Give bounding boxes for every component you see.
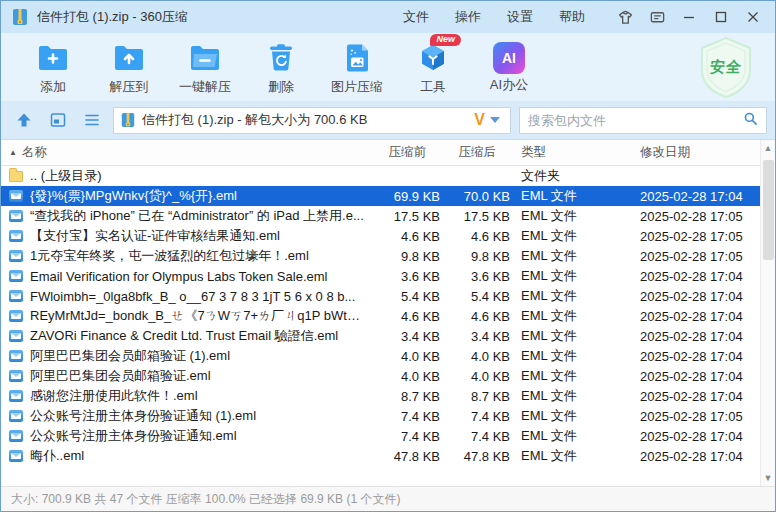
- cell-type: EML 文件: [510, 307, 630, 325]
- search-icon[interactable]: [743, 111, 758, 129]
- cell-name: 阿里巴巴集团会员邮箱验证 (1).eml: [1, 347, 370, 365]
- cell-type: EML 文件: [510, 347, 630, 365]
- folder-icon: [9, 171, 23, 182]
- eml-file-icon: [9, 390, 23, 402]
- column-header-after[interactable]: 压缩后: [426, 144, 496, 161]
- column-header-type[interactable]: 类型: [510, 144, 630, 161]
- table-row[interactable]: 【支付宝】实名认证-证件审核结果通知.eml4.6 KB4.6 KBEML 文件…: [1, 226, 760, 246]
- table-row[interactable]: 感谢您注册使用此软件！.eml8.7 KB8.7 KBEML 文件2025-02…: [1, 386, 760, 406]
- zip-file-icon: [120, 112, 136, 128]
- close-button[interactable]: [739, 5, 767, 29]
- table-row[interactable]: .. (上级目录)文件夹: [1, 166, 760, 186]
- archive-path-field[interactable]: 信件打包 (1).zip - 解包大小为 700.6 KB V: [113, 107, 511, 134]
- scroll-up-icon[interactable]: ▲: [761, 140, 775, 156]
- menubar: 文件 操作 设置 帮助: [403, 8, 585, 26]
- titlebar: 信件打包 (1).zip - 360压缩 文件 操作 设置 帮助: [1, 1, 775, 33]
- table-row[interactable]: 阿里巴巴集团会员邮箱验证 (1).eml4.0 KB4.0 KBEML 文件20…: [1, 346, 760, 366]
- cell-type: EML 文件: [510, 227, 630, 245]
- chevron-down-icon: [490, 117, 500, 123]
- cell-date: 2025-02-28 17:04: [630, 189, 760, 204]
- cell-date: 2025-02-28 17:04: [630, 289, 760, 304]
- file-name: ZAVORi Finance & Credit Ltd. Trust Email…: [30, 327, 338, 345]
- app-window: 信件打包 (1).zip - 360压缩 文件 操作 设置 帮助: [0, 0, 776, 512]
- cell-after: 7.4 KB: [440, 429, 510, 444]
- cell-before: 4.6 KB: [370, 229, 440, 244]
- cell-name: .. (上级目录): [1, 167, 370, 185]
- cell-type: EML 文件: [510, 287, 630, 305]
- maximize-button[interactable]: [707, 5, 735, 29]
- cell-name: ZAVORi Finance & Credit Ltd. Trust Email…: [1, 327, 370, 345]
- column-header-name[interactable]: 名称: [22, 144, 47, 161]
- cell-type: EML 文件: [510, 367, 630, 385]
- cell-date: 2025-02-28 17:05: [630, 209, 760, 224]
- cell-name: “查找我的 iPhone” 已在 “Administrator” 的 iPad …: [1, 207, 370, 225]
- table-row[interactable]: REyMrMtJd=_bondk_B_ㄝ《7ㄋWㄎ7+ㄌ厂ㄐq1P bWtㄅ..…: [1, 306, 760, 326]
- cell-name: 晦仆..eml: [1, 447, 370, 465]
- cell-after: 5.4 KB: [440, 289, 510, 304]
- list-view-icon[interactable]: [79, 108, 105, 132]
- cell-after: 4.0 KB: [440, 369, 510, 384]
- delete-button[interactable]: 删除: [243, 36, 319, 98]
- eml-file-icon: [9, 290, 23, 302]
- image-compress-button[interactable]: 图片压缩: [319, 36, 395, 98]
- column-header-before[interactable]: 压缩前: [356, 144, 426, 161]
- table-row[interactable]: FWloimbh=_0lga8bfk_B_ o__67 3 7 8 3 1jT …: [1, 286, 760, 306]
- table-row[interactable]: Email Verification for Olympus Labs Toke…: [1, 266, 760, 286]
- file-name: 1元夺宝年终奖，屯一波猛烈的红包过壕年！.eml: [30, 247, 309, 265]
- cell-type: EML 文件: [510, 187, 630, 205]
- trash-icon: [263, 40, 299, 76]
- file-list: .. (上级目录)文件夹{發}%{票}MPgWnkv{贷}^_%{开}.eml6…: [1, 166, 760, 466]
- one-click-extract-button[interactable]: 一键解压: [167, 36, 243, 98]
- minimize-button[interactable]: [675, 5, 703, 29]
- menu-operation[interactable]: 操作: [455, 8, 481, 26]
- add-button[interactable]: 添加: [15, 36, 91, 98]
- cell-type: EML 文件: [510, 407, 630, 425]
- cell-name: REyMrMtJd=_bondk_B_ㄝ《7ㄋWㄎ7+ㄌ厂ㄐq1P bWtㄅ..…: [1, 307, 370, 325]
- menu-help[interactable]: 帮助: [559, 8, 585, 26]
- new-badge: New: [430, 34, 461, 46]
- table-row[interactable]: 公众账号注册主体身份验证通知 (1).eml7.4 KB7.4 KBEML 文件…: [1, 406, 760, 426]
- menu-settings[interactable]: 设置: [507, 8, 533, 26]
- cell-name: 公众账号注册主体身份验证通知.eml: [1, 427, 370, 445]
- table-row[interactable]: 公众账号注册主体身份验证通知.eml7.4 KB7.4 KBEML 文件2025…: [1, 426, 760, 446]
- table-row[interactable]: “查找我的 iPhone” 已在 “Administrator” 的 iPad …: [1, 206, 760, 226]
- vip-dropdown[interactable]: V: [470, 111, 504, 129]
- vertical-scrollbar[interactable]: ▲ ▼: [760, 140, 775, 486]
- safe-shield-badge[interactable]: 安全: [695, 35, 757, 99]
- eml-file-icon: [9, 190, 23, 202]
- file-name: 晦仆..eml: [30, 447, 84, 465]
- safe-label: 安全: [692, 35, 761, 99]
- extract-to-button[interactable]: 解压到: [91, 36, 167, 98]
- cell-type: EML 文件: [510, 247, 630, 265]
- feedback-icon[interactable]: [643, 5, 671, 29]
- cell-after: 47.8 KB: [440, 449, 510, 464]
- scrollbar-thumb[interactable]: [763, 160, 774, 260]
- cell-date: 2025-02-28 17:04: [630, 329, 760, 344]
- up-directory-icon[interactable]: [11, 108, 37, 132]
- table-row[interactable]: 阿里巴巴集团会员邮箱验证.eml4.0 KB4.0 KBEML 文件2025-0…: [1, 366, 760, 386]
- sort-ascending-icon: ▲: [9, 148, 17, 157]
- eml-file-icon: [9, 250, 23, 262]
- tools-button[interactable]: New 工具: [395, 36, 471, 98]
- cell-before: 3.6 KB: [370, 269, 440, 284]
- table-row[interactable]: 晦仆..eml47.8 KB47.8 KBEML 文件2025-02-28 17…: [1, 446, 760, 466]
- addressbar: 信件打包 (1).zip - 解包大小为 700.6 KB V: [1, 101, 775, 139]
- skin-theme-icon[interactable]: [611, 5, 639, 29]
- table-row[interactable]: {發}%{票}MPgWnkv{贷}^_%{开}.eml69.9 KB70.0 K…: [1, 186, 760, 206]
- column-header-date[interactable]: 修改日期: [630, 144, 760, 161]
- table-row[interactable]: 1元夺宝年终奖，屯一波猛烈的红包过壕年！.eml9.8 KB9.8 KBEML …: [1, 246, 760, 266]
- menu-file[interactable]: 文件: [403, 8, 429, 26]
- open-folder-icon: [187, 40, 223, 76]
- cell-before: 7.4 KB: [370, 409, 440, 424]
- search-input[interactable]: [528, 113, 737, 128]
- table-row[interactable]: ZAVORi Finance & Credit Ltd. Trust Email…: [1, 326, 760, 346]
- search-box[interactable]: [519, 107, 767, 134]
- ai-office-button[interactable]: AI AI办公: [471, 36, 547, 98]
- cell-type: EML 文件: [510, 387, 630, 405]
- cell-date: 2025-02-28 17:05: [630, 229, 760, 244]
- cell-after: 3.4 KB: [440, 329, 510, 344]
- cell-type: EML 文件: [510, 207, 630, 225]
- scroll-down-icon[interactable]: ▼: [761, 470, 775, 486]
- file-name: Email Verification for Olympus Labs Toke…: [30, 269, 327, 284]
- preview-view-icon[interactable]: [45, 108, 71, 132]
